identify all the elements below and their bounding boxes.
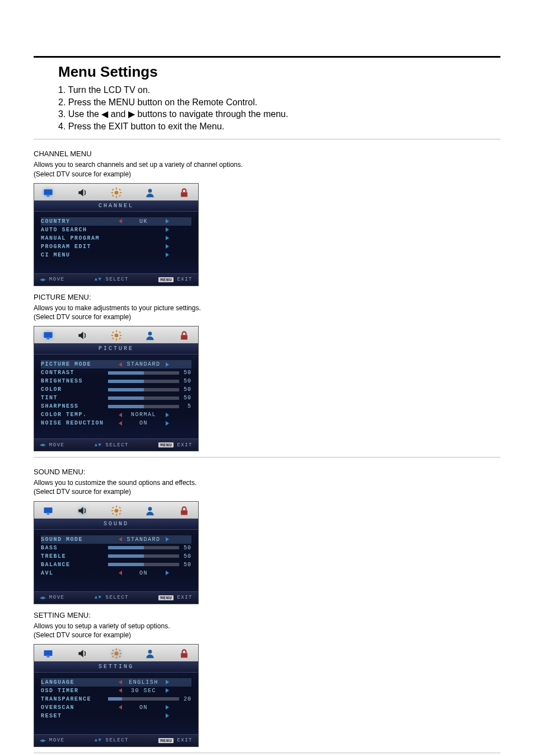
svg-rect-29 <box>116 505 117 507</box>
lock-icon[interactable] <box>178 330 190 341</box>
osd-row[interactable]: COUNTRYUK <box>41 217 191 226</box>
lock-icon[interactable] <box>178 505 190 516</box>
osd-slider-value: 50 <box>180 370 191 376</box>
arrow-left-icon[interactable] <box>119 421 122 426</box>
svg-rect-8 <box>119 194 121 197</box>
avatar-icon[interactable] <box>144 330 156 341</box>
osd-setting: SETTINGLANGUAGEENGLISHOSD TIMER30 SECTRA… <box>34 644 199 747</box>
osd-row-label: COLOR <box>41 386 107 393</box>
osd-row-label: RESET <box>41 713 107 719</box>
osd-menu-title: SOUND <box>34 519 198 530</box>
osd-row[interactable]: AVLON <box>41 569 191 577</box>
osd-row-value <box>107 380 180 383</box>
arrow-right-icon[interactable] <box>166 227 169 232</box>
osd-tabs <box>34 502 198 519</box>
osd-row[interactable]: COLOR50 <box>41 385 191 394</box>
svg-rect-16 <box>116 330 117 332</box>
osd-slider[interactable] <box>108 405 179 408</box>
osd-row[interactable]: SHARPNESS5 <box>41 402 191 410</box>
avatar-icon[interactable] <box>144 648 156 659</box>
osd-row[interactable]: TREBLE50 <box>41 552 191 561</box>
sound-icon[interactable] <box>76 187 88 198</box>
osd-row[interactable]: LANGUAGEENGLISH <box>41 678 191 687</box>
arrow-right-icon[interactable] <box>166 705 169 710</box>
osd-row[interactable]: SOUND MODESTANDARD <box>41 535 191 544</box>
osd-row-value <box>107 244 180 249</box>
osd-row-value <box>107 396 180 400</box>
arrow-left-icon[interactable] <box>119 688 122 693</box>
svg-rect-26 <box>44 507 53 513</box>
arrow-right-icon[interactable] <box>166 421 169 426</box>
gear-icon[interactable] <box>110 648 123 659</box>
osd-row[interactable]: NOISE REDUCTIONON <box>41 419 191 427</box>
osd-row[interactable]: BASS50 <box>41 544 191 552</box>
arrow-right-icon[interactable] <box>166 713 169 718</box>
osd-row[interactable]: BALANCE50 <box>41 561 191 569</box>
osd-row-label: OSD TIMER <box>41 688 107 694</box>
osd-slider[interactable] <box>108 371 179 375</box>
osd-slider[interactable] <box>108 563 179 566</box>
footer-select: SELECT <box>106 738 129 743</box>
osd-row-label: PROGRAM EDIT <box>41 244 107 250</box>
tv-icon[interactable] <box>42 505 54 516</box>
lr-arrows-icon: ◀▶ <box>40 442 46 448</box>
osd-slider[interactable] <box>108 546 179 549</box>
svg-rect-27 <box>47 514 50 515</box>
sound-icon[interactable] <box>76 330 88 341</box>
arrow-right-icon[interactable] <box>166 244 169 249</box>
osd-row[interactable]: MANUAL PROGRAM <box>41 234 191 242</box>
ud-arrows-icon: ▲▼ <box>95 738 102 743</box>
arrow-right-icon[interactable] <box>166 362 169 367</box>
osd-row[interactable]: COLOR TEMP.NORMAL <box>41 410 191 419</box>
osd-row[interactable]: OSD TIMER30 SEC <box>41 687 191 695</box>
osd-slider[interactable] <box>108 697 179 701</box>
osd-row[interactable]: CI MENU <box>41 251 191 259</box>
sound-icon[interactable] <box>76 648 88 659</box>
arrow-left-icon[interactable] <box>119 413 122 417</box>
svg-point-15 <box>114 334 118 338</box>
tv-icon[interactable] <box>42 330 54 341</box>
osd-row[interactable]: PROGRAM EDIT <box>41 242 191 251</box>
osd-body: SOUND MODESTANDARDBASS50TREBLE50BALANCE5… <box>34 530 198 591</box>
arrow-right-icon[interactable] <box>166 571 169 575</box>
arrow-right-icon[interactable] <box>166 219 169 223</box>
arrow-left-icon[interactable] <box>119 705 122 710</box>
arrow-left-icon[interactable] <box>119 680 122 684</box>
gear-icon[interactable] <box>110 187 123 198</box>
arrow-left-icon[interactable] <box>119 362 122 367</box>
osd-row[interactable]: TINT50 <box>41 394 191 402</box>
tv-icon[interactable] <box>42 187 54 198</box>
osd-slider[interactable] <box>108 380 179 383</box>
arrow-left-icon[interactable] <box>119 537 122 542</box>
arrow-right-icon[interactable] <box>166 537 169 542</box>
gear-icon[interactable] <box>110 505 123 516</box>
osd-slider[interactable] <box>108 554 179 558</box>
arrow-right-icon[interactable] <box>166 236 169 240</box>
lock-icon[interactable] <box>178 187 190 198</box>
osd-slider[interactable] <box>108 388 179 391</box>
arrow-right-icon[interactable] <box>166 253 169 257</box>
sound-icon[interactable] <box>76 505 88 516</box>
osd-slider[interactable] <box>108 396 179 400</box>
arrow-left-icon[interactable] <box>119 219 122 223</box>
arrow-right-icon[interactable] <box>166 680 169 684</box>
avatar-icon[interactable] <box>144 187 156 198</box>
osd-row[interactable]: PICTURE MODESTANDARD <box>41 360 191 368</box>
osd-row[interactable]: RESET <box>41 712 191 720</box>
lock-icon[interactable] <box>178 648 190 659</box>
tv-icon[interactable] <box>42 648 54 659</box>
arrow-left-icon[interactable] <box>119 571 122 575</box>
osd-row[interactable]: BRIGHTNESS50 <box>41 377 191 385</box>
arrow-right-icon[interactable] <box>166 413 169 417</box>
avatar-icon[interactable] <box>144 505 156 516</box>
osd-row[interactable]: AUTO SEARCH <box>41 226 191 234</box>
osd-body: LANGUAGEENGLISHOSD TIMER30 SECTRANSPAREN… <box>34 673 198 734</box>
arrow-right-icon[interactable] <box>166 688 169 693</box>
gear-icon[interactable] <box>110 330 123 341</box>
osd-row[interactable]: OVERSCANON <box>41 703 191 712</box>
osd-row[interactable]: CONTRAST50 <box>41 368 191 377</box>
osd-row-label: SHARPNESS <box>41 403 107 409</box>
osd-row[interactable]: TRANSPARENCE20 <box>41 695 191 703</box>
svg-rect-48 <box>119 650 121 652</box>
osd-slider-value: 50 <box>180 395 191 401</box>
